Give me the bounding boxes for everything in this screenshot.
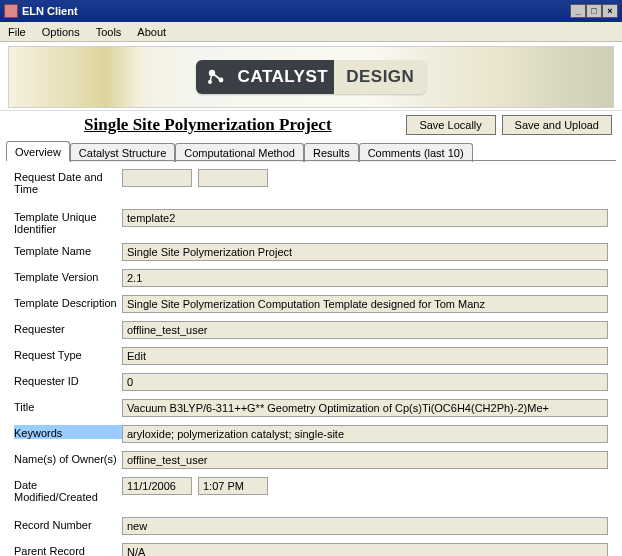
row-record-num: Record Number bbox=[14, 517, 608, 535]
title-field[interactable] bbox=[122, 399, 608, 417]
tabstrip: Overview Catalyst Structure Computationa… bbox=[0, 139, 622, 161]
row-owners: Name(s) of Owner(s) bbox=[14, 451, 608, 469]
time-modified-field[interactable] bbox=[198, 477, 268, 495]
logo-text-right: DESIGN bbox=[334, 60, 426, 94]
logo-badge: CATALYST DESIGN bbox=[196, 60, 427, 94]
page-title: Single Site Polymerization Project bbox=[10, 115, 406, 135]
row-template-version: Template Version bbox=[14, 269, 608, 287]
template-version-field[interactable] bbox=[122, 269, 608, 287]
request-time-field[interactable] bbox=[198, 169, 268, 187]
banner-wrap: CATALYST DESIGN bbox=[0, 42, 622, 111]
menu-tools[interactable]: Tools bbox=[88, 24, 130, 40]
template-desc-field[interactable] bbox=[122, 295, 608, 313]
label-record-num: Record Number bbox=[14, 517, 122, 531]
banner: CATALYST DESIGN bbox=[8, 46, 614, 108]
parent-record-field[interactable] bbox=[122, 543, 608, 556]
row-template-uid: Template Unique Identifier bbox=[14, 209, 608, 235]
row-requester: Requester bbox=[14, 321, 608, 339]
header-row: Single Site Polymerization Project Save … bbox=[0, 111, 622, 139]
label-request-type: Request Type bbox=[14, 347, 122, 361]
window-title: ELN Client bbox=[22, 5, 78, 17]
save-and-upload-button[interactable]: Save and Upload bbox=[502, 115, 612, 135]
row-date-mod: Date Modified/Created bbox=[14, 477, 608, 503]
label-template-name: Template Name bbox=[14, 243, 122, 257]
record-number-field[interactable] bbox=[122, 517, 608, 535]
maximize-button[interactable]: □ bbox=[586, 4, 602, 18]
overview-form: Request Date and Time Template Unique Id… bbox=[0, 161, 622, 556]
menu-file[interactable]: File bbox=[0, 24, 34, 40]
menu-options[interactable]: Options bbox=[34, 24, 88, 40]
row-template-name: Template Name bbox=[14, 243, 608, 261]
owners-field[interactable] bbox=[122, 451, 608, 469]
save-locally-button[interactable]: Save Locally bbox=[406, 115, 496, 135]
minimize-button[interactable]: _ bbox=[570, 4, 586, 18]
template-name-field[interactable] bbox=[122, 243, 608, 261]
label-title: Title bbox=[14, 399, 122, 413]
label-parent-record: Parent Record Number bbox=[14, 543, 122, 556]
request-date-field[interactable] bbox=[122, 169, 192, 187]
logo-text-left: CATALYST bbox=[236, 60, 335, 94]
label-date-mod: Date Modified/Created bbox=[14, 477, 122, 503]
close-button[interactable]: × bbox=[602, 4, 618, 18]
label-owners: Name(s) of Owner(s) bbox=[14, 451, 122, 465]
titlebar: ELN Client _ □ × bbox=[0, 0, 622, 22]
label-template-desc: Template Description bbox=[14, 295, 122, 309]
molecule-icon bbox=[196, 60, 236, 94]
svg-line-3 bbox=[212, 73, 221, 80]
tab-overview[interactable]: Overview bbox=[6, 141, 70, 161]
label-request-date: Request Date and Time bbox=[14, 169, 122, 195]
request-type-field[interactable] bbox=[122, 347, 608, 365]
menu-about[interactable]: About bbox=[129, 24, 174, 40]
label-template-uid: Template Unique Identifier bbox=[14, 209, 122, 235]
keywords-field[interactable] bbox=[122, 425, 608, 443]
header-buttons: Save Locally Save and Upload bbox=[406, 115, 612, 135]
label-template-version: Template Version bbox=[14, 269, 122, 283]
row-title: Title bbox=[14, 399, 608, 417]
label-requester: Requester bbox=[14, 321, 122, 335]
label-requester-id: Requester ID bbox=[14, 373, 122, 387]
date-modified-field[interactable] bbox=[122, 477, 192, 495]
app-icon bbox=[4, 4, 18, 18]
row-keywords: Keywords bbox=[14, 425, 608, 443]
row-parent-record: Parent Record Number bbox=[14, 543, 608, 556]
window-controls: _ □ × bbox=[570, 4, 618, 18]
row-request-type: Request Type bbox=[14, 347, 608, 365]
requester-id-field[interactable] bbox=[122, 373, 608, 391]
label-keywords: Keywords bbox=[14, 425, 122, 439]
row-template-desc: Template Description bbox=[14, 295, 608, 313]
menubar: File Options Tools About bbox=[0, 22, 622, 42]
requester-field[interactable] bbox=[122, 321, 608, 339]
template-uid-field[interactable] bbox=[122, 209, 608, 227]
row-request-date: Request Date and Time bbox=[14, 169, 608, 195]
row-requester-id: Requester ID bbox=[14, 373, 608, 391]
